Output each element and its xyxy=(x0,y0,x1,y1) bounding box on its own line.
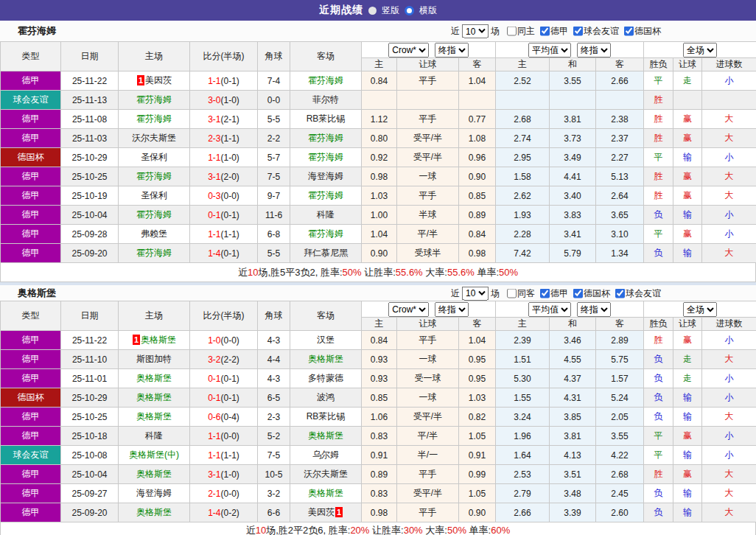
team-name-link[interactable]: RB莱比锡 xyxy=(307,113,346,124)
team-name-link[interactable]: 汉堡 xyxy=(317,335,335,345)
avg-type-select[interactable]: 终指 xyxy=(577,302,611,317)
team-name-link[interactable]: 霍芬海姆 xyxy=(136,209,172,220)
result-goals-cell: 小 xyxy=(702,427,756,446)
avg-away-cell: 2.89 xyxy=(596,331,644,350)
team-name-link[interactable]: 沃尔夫斯堡 xyxy=(132,133,176,143)
team-name-link[interactable]: 霍芬海姆 xyxy=(136,113,172,124)
team-name-link[interactable]: 科隆 xyxy=(145,430,163,441)
same-venue-checkbox[interactable] xyxy=(507,288,517,298)
result-wdl-cell: 胜 xyxy=(644,110,673,129)
team-name-link[interactable]: 霍芬海姆 xyxy=(308,75,343,85)
near-label: 近 xyxy=(451,287,460,299)
avg-home-cell: 5.30 xyxy=(496,369,550,388)
score-cell: 1-1(0-1) xyxy=(190,71,258,91)
competition-checkbox-1[interactable] xyxy=(540,288,550,298)
result-handicap-cell: 赢 xyxy=(673,110,702,129)
team-name-link[interactable]: 弗赖堡 xyxy=(141,228,167,239)
match-date-cell: 25-09-28 xyxy=(61,225,119,244)
team-name-link[interactable]: RB莱比锡 xyxy=(307,411,346,422)
team-name-link[interactable]: 海登海姆 xyxy=(308,171,343,181)
odds-handicap-cell: 受平/半 xyxy=(397,148,459,167)
odds-source-select[interactable]: Crow* xyxy=(388,302,429,317)
corners-cell: 2-2 xyxy=(258,129,290,148)
team-name-link[interactable]: 海登海姆 xyxy=(136,488,172,498)
avg-draw-cell: 4.37 xyxy=(550,369,596,388)
team-name-link[interactable]: 霍芬海姆 xyxy=(308,228,343,239)
avg-source-select[interactable]: 平均值 xyxy=(528,43,571,57)
avg-home-cell: 2.52 xyxy=(496,71,550,91)
team-name-link[interactable]: 乌尔姆 xyxy=(312,450,339,460)
layout-radio-horizontal-label[interactable]: 横版 xyxy=(419,4,437,17)
match-date-cell: 25-10-04 xyxy=(61,206,119,225)
recent-count-select[interactable]: 10 xyxy=(462,24,489,38)
odds-type-select[interactable]: 终指 xyxy=(435,43,469,57)
layout-radio-horizontal[interactable] xyxy=(405,6,414,15)
team-name-link[interactable]: 拜仁慕尼黑 xyxy=(304,248,348,258)
avg-type-select[interactable]: 终指 xyxy=(577,43,611,57)
recent-count-select[interactable]: 10 xyxy=(462,286,489,300)
team-name-link[interactable]: 奥格斯堡(中) xyxy=(129,450,179,460)
home-team-cell: 1奥格斯堡 xyxy=(119,331,190,350)
team-name-link[interactable]: 奥格斯堡 xyxy=(308,430,343,441)
team-name-link[interactable]: 奥格斯堡 xyxy=(136,411,172,422)
team-name-link[interactable]: 美因茨 xyxy=(145,75,172,85)
odds-type-select[interactable]: 终指 xyxy=(435,302,469,317)
team-name-link[interactable]: 科隆 xyxy=(317,209,335,220)
avg-draw-cell: 4.55 xyxy=(550,350,596,369)
odds-handicap-cell: 一球 xyxy=(397,350,459,369)
competition-type-cell: 德甲 xyxy=(1,369,61,388)
col-header-odds-home: 主 xyxy=(362,58,397,71)
home-team-cell: 圣保利 xyxy=(119,186,190,206)
same-venue-checkbox[interactable] xyxy=(507,27,517,36)
competition-checkbox-2[interactable] xyxy=(573,288,583,298)
team-name-link[interactable]: 斯图加特 xyxy=(136,354,172,364)
team-name-link[interactable]: 沃尔夫斯堡 xyxy=(304,469,348,479)
competition-checkbox-2[interactable] xyxy=(573,27,583,36)
team-name-link[interactable]: 霍芬海姆 xyxy=(136,171,172,181)
team-name-link[interactable]: 霍芬海姆 xyxy=(308,152,343,162)
team-name-link[interactable]: 多特蒙德 xyxy=(308,373,343,383)
score-cell: 1-1(1-0) xyxy=(190,148,258,167)
col-header-away: 客场 xyxy=(290,42,362,71)
odds-home-cell: 0.93 xyxy=(362,350,397,369)
away-team-cell: 霍芬海姆 xyxy=(290,129,362,148)
odds-away-cell: 0.99 xyxy=(459,465,496,484)
odds-source-select[interactable]: Crow* xyxy=(388,43,429,57)
team-name-link[interactable]: 菲尔特 xyxy=(312,94,339,105)
avg-source-select[interactable]: 平均值 xyxy=(528,302,571,317)
team-name-link[interactable]: 奥格斯堡 xyxy=(136,507,172,517)
match-date-cell: 25-11-08 xyxy=(61,110,119,129)
team-name-link[interactable]: 圣保利 xyxy=(141,190,167,200)
competition-checkbox-3[interactable] xyxy=(624,27,634,36)
avg-draw-cell: 3.81 xyxy=(550,110,596,129)
team-name-link[interactable]: 奥格斯堡 xyxy=(136,469,172,479)
layout-radio-vertical-label[interactable]: 竖版 xyxy=(382,4,399,17)
team-name-link[interactable]: 霍芬海姆 xyxy=(308,133,343,143)
home-team-cell: 1美因茨 xyxy=(119,71,190,91)
competition-checkbox-1[interactable] xyxy=(540,27,550,36)
team-name-link[interactable]: 圣保利 xyxy=(141,152,167,162)
competition-checkbox-3[interactable] xyxy=(615,288,625,298)
avg-draw-cell: 3.41 xyxy=(550,225,596,244)
scope-select[interactable]: 全场 xyxy=(683,302,717,317)
team-name-link[interactable]: 美因茨 xyxy=(308,507,335,517)
team-name-link[interactable]: 霍芬海姆 xyxy=(136,248,172,258)
summary-segment: 50% xyxy=(343,267,362,278)
away-team-cell: 海登海姆 xyxy=(290,167,362,186)
team-name-link[interactable]: 波鸿 xyxy=(317,392,335,402)
odds-away-cell: 1.04 xyxy=(459,71,496,91)
match-row: 球会友谊25-11-13霍芬海姆3-0(1-0)0-0菲尔特胜 xyxy=(1,91,756,110)
team-name-link[interactable]: 霍芬海姆 xyxy=(308,190,343,200)
team-name-link[interactable]: 奥格斯堡 xyxy=(141,335,176,345)
avg-home-cell: 2.53 xyxy=(496,465,550,484)
team-name-link[interactable]: 奥格斯堡 xyxy=(136,373,172,383)
team-name-link[interactable]: 霍芬海姆 xyxy=(136,94,172,105)
team-name-link[interactable]: 奥格斯堡 xyxy=(136,392,172,402)
team-name-link[interactable]: 奥格斯堡 xyxy=(308,354,343,364)
team-name-link[interactable]: 奥格斯堡 xyxy=(308,488,343,498)
odds-away-cell: 0.85 xyxy=(459,186,496,206)
layout-radio-vertical[interactable] xyxy=(368,7,377,15)
score-cell: 3-0(1-0) xyxy=(190,91,258,110)
odds-away-cell: 1.08 xyxy=(459,129,496,148)
scope-select[interactable]: 全场 xyxy=(683,43,717,57)
